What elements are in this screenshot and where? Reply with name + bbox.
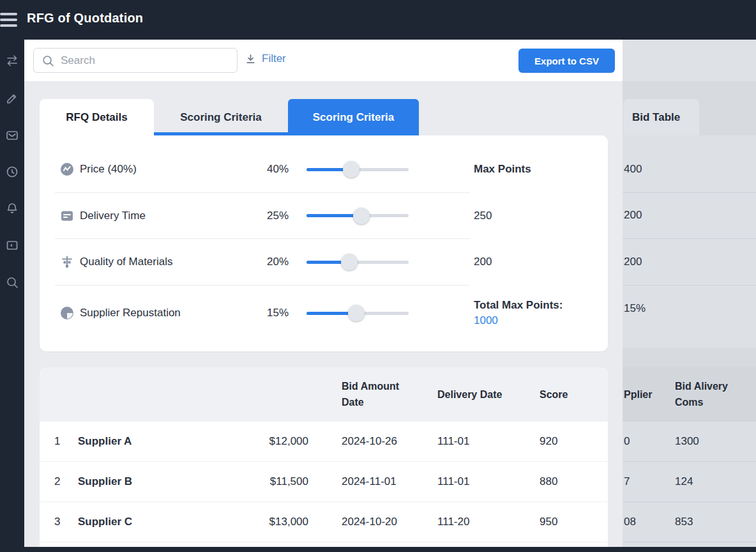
search-box <box>33 48 238 73</box>
cell-bid-amount: $11,500 <box>244 475 308 488</box>
cell-score: 880 <box>540 475 557 488</box>
swap-horizontal-icon[interactable] <box>5 54 19 68</box>
tab-scoring-criteria-1[interactable]: Scoring Criteria <box>154 99 288 135</box>
bid-table-header: Bid Amount Date Delivery Date Score <box>40 367 608 422</box>
column-header-score: Score <box>540 389 568 401</box>
table-row: 1 Supplier A $12,000 2024-10-26 111-01 9… <box>40 422 608 462</box>
underlying-toolbar-band <box>623 40 756 81</box>
filter-label: Filter <box>262 52 286 65</box>
cell-bid-amount: $13,000 <box>244 516 308 528</box>
cell-delivery-date: 111-01 <box>437 435 469 448</box>
tab-bid-table[interactable]: Bid Table <box>623 99 699 135</box>
bid-table-panel: Bid Amount Date Delivery Date Score 1 Su… <box>40 367 608 547</box>
table-row: 3 Supplier C $13,000 2024-10-20 111-20 9… <box>40 502 608 542</box>
criterion-percent: 15% <box>250 307 289 319</box>
filter-button[interactable]: Filter <box>245 52 286 65</box>
criterion-row-price: Price (40%) 40% Max Points <box>40 146 608 192</box>
criterion-percent: 40% <box>250 163 289 176</box>
cell-supplier: Supplier C <box>78 516 132 528</box>
edit-icon[interactable] <box>5 91 19 105</box>
cell-supplier: 0 <box>624 435 630 448</box>
cell-score: 950 <box>540 516 557 528</box>
tab-active-underline <box>154 132 288 135</box>
search-icon <box>42 54 54 67</box>
sidebar <box>0 40 24 552</box>
search-input[interactable] <box>61 49 230 72</box>
weight-slider[interactable] <box>306 254 409 270</box>
tab-rfq-details[interactable]: RFQ Details <box>40 99 154 135</box>
tab-scoring-criteria-2-active[interactable]: Scoring Criteria <box>288 99 419 135</box>
tab-bid-table-label: Bid Table <box>632 111 680 124</box>
slider-thumb[interactable] <box>343 161 359 178</box>
cell-date: 2024-10-26 <box>342 435 397 448</box>
criterion-percent: 25% <box>250 210 289 222</box>
column-header-supplier: Pplier <box>624 389 652 401</box>
cell-date: 2024-11-01 <box>342 475 397 488</box>
search-icon[interactable] <box>5 275 19 289</box>
download-icon <box>245 53 257 65</box>
underlying-scoring-values: 400 200 200 15% <box>623 135 756 348</box>
criterion-label: Price (40%) <box>80 163 137 176</box>
column-header-bid-amount-date: Bid Amount Date <box>342 378 405 411</box>
cell-supplier: Supplier B <box>78 475 132 488</box>
supplier-pie-icon <box>59 305 75 321</box>
bell-icon[interactable] <box>5 201 19 215</box>
weight-slider[interactable] <box>306 305 409 321</box>
total-max-points: Total Max Points: 1000 <box>474 299 563 327</box>
table-row: 7 124 <box>623 462 756 502</box>
cell-bid: 124 <box>675 475 693 488</box>
table-row: 08 853 <box>623 502 756 542</box>
table-row: 0 1300 <box>623 422 756 462</box>
underlying-value: 200 <box>624 256 642 268</box>
criterion-label: Supplier Repustation <box>80 307 181 319</box>
criterion-label: Delivery Time <box>80 210 146 222</box>
criterion-percent: 20% <box>250 256 289 268</box>
top-header-bar: RFG of Quotdation <box>0 0 756 40</box>
page-title: RFG of Quotdation <box>27 11 143 26</box>
max-points-value: 200 <box>474 256 492 268</box>
export-to-csv-button[interactable]: Export to CSV <box>518 49 615 73</box>
tab-label: Scoring Criteria <box>180 111 262 124</box>
cell-supplier: 7 <box>624 475 630 488</box>
cell-bid: 853 <box>675 516 693 528</box>
cell-row-number: 2 <box>54 475 60 488</box>
underlying-value: 400 <box>624 163 642 176</box>
slider-thumb[interactable] <box>348 305 365 321</box>
total-max-points-value-link[interactable]: 1000 <box>474 314 563 327</box>
cell-delivery-date: 111-01 <box>437 475 469 488</box>
cell-row-number: 1 <box>54 435 60 448</box>
mail-icon[interactable] <box>5 128 19 142</box>
weight-slider[interactable] <box>306 161 409 178</box>
divider <box>623 192 756 193</box>
underlying-panel-tail <box>623 542 756 547</box>
cell-date: 2024-10-20 <box>342 516 397 528</box>
clock-icon[interactable] <box>5 165 19 179</box>
column-header-delivery-date: Delivery Date <box>437 389 502 401</box>
menu-icon[interactable] <box>0 13 17 27</box>
cell-bid-amount: $12,000 <box>244 435 308 448</box>
slider-thumb[interactable] <box>353 208 370 224</box>
weight-slider[interactable] <box>306 208 409 224</box>
price-chart-icon <box>59 162 75 177</box>
criterion-row-quality: Quality of Materials 20% 200 <box>40 239 608 285</box>
bottom-edge <box>0 547 756 552</box>
cell-supplier: Supplier A <box>78 435 132 448</box>
underlying-table-header: Pplier Bid Alivery Coms <box>623 367 756 422</box>
criterion-label: Quality of Materials <box>80 256 173 268</box>
total-max-points-label: Total Max Points: <box>474 299 563 311</box>
max-points-value: 250 <box>474 210 492 222</box>
criterion-row-supplier: Supplier Repustation 15% Total Max Point… <box>40 286 608 341</box>
scoring-criteria-panel: Price (40%) 40% Max Points Delivery Time… <box>40 135 608 351</box>
underlying-value: 200 <box>624 209 642 222</box>
cell-row-number: 3 <box>54 516 60 528</box>
rfq-app: Bid Table 400 200 200 15% Pplier Bid Ali… <box>0 0 756 552</box>
cell-bid: 1300 <box>675 435 699 448</box>
divider <box>623 285 756 286</box>
cell-score: 920 <box>540 435 557 448</box>
max-points-header: Max Points <box>474 163 531 176</box>
delivery-note-icon <box>59 208 75 224</box>
slider-thumb[interactable] <box>341 254 358 270</box>
media-card-icon[interactable] <box>5 238 19 252</box>
table-row: 2 Supplier B $11,500 2024-11-01 111-01 8… <box>40 462 608 502</box>
tab-label: RFQ Details <box>66 111 127 124</box>
